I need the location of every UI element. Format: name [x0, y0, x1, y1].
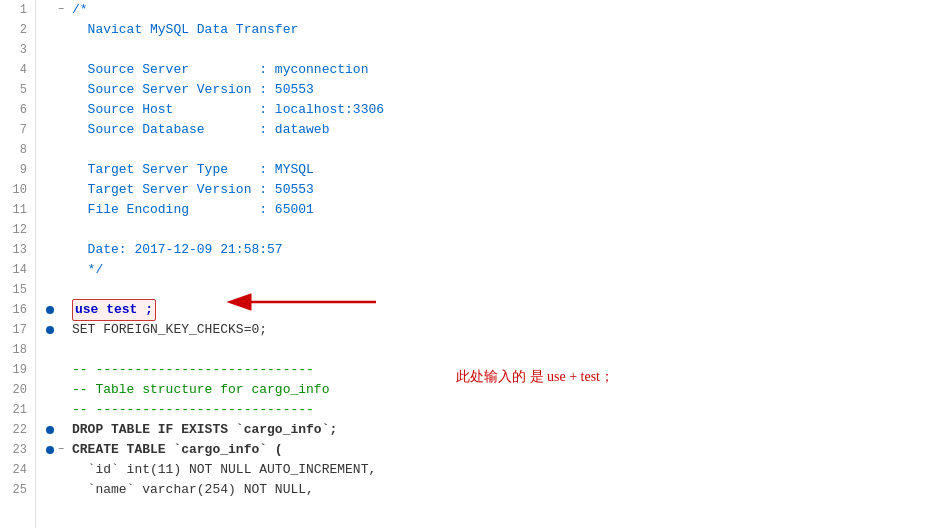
code-text: -- ---------------------------- — [72, 400, 314, 420]
code-line: `name` varchar(254) NOT NULL, — [46, 480, 947, 500]
code-line: DROP TABLE IF EXISTS `cargo_info`; — [46, 420, 947, 440]
highlighted-code: use test ; — [72, 299, 156, 321]
code-text: -- Table structure for cargo_info — [72, 380, 329, 400]
code-text: */ — [72, 260, 103, 280]
line-number: 22 — [8, 420, 27, 440]
code-text: `id` int(11) NOT NULL AUTO_INCREMENT, — [72, 460, 376, 480]
code-text: DROP TABLE IF EXISTS `cargo_info`; — [72, 420, 337, 440]
line-number: 5 — [8, 80, 27, 100]
code-text: CREATE TABLE `cargo_info` ( — [72, 440, 283, 460]
code-line: Source Server : myconnection — [46, 60, 947, 80]
code-text: Source Database : dataweb — [72, 120, 329, 140]
code-line: Source Server Version : 50553 — [46, 80, 947, 100]
line-number: 24 — [8, 460, 27, 480]
code-line: Date: 2017-12-09 21:58:57 — [46, 240, 947, 260]
line-number: 12 — [8, 220, 27, 240]
line-number: 3 — [8, 40, 27, 60]
code-line: −CREATE TABLE `cargo_info` ( — [46, 440, 947, 460]
breakpoint-dot[interactable] — [46, 326, 54, 334]
code-text: Navicat MySQL Data Transfer — [72, 20, 298, 40]
line-number: 18 — [8, 340, 27, 360]
line-number: 4 — [8, 60, 27, 80]
line-numbers: 1234567891011121314151617181920212223242… — [0, 0, 36, 528]
code-text: `name` varchar(254) NOT NULL, — [72, 480, 314, 500]
line-number: 20 — [8, 380, 27, 400]
code-text: /* — [72, 0, 88, 20]
code-line: */ — [46, 260, 947, 280]
breakpoint-dot[interactable] — [46, 446, 54, 454]
line-number: 21 — [8, 400, 27, 420]
line-number: 9 — [8, 160, 27, 180]
code-text: Target Server Type : MYSQL — [72, 160, 314, 180]
line-number: 8 — [8, 140, 27, 160]
breakpoint-dot[interactable] — [46, 306, 54, 314]
code-area[interactable]: −/* Navicat MySQL Data Transfer Source S… — [36, 0, 947, 528]
code-line: File Encoding : 65001 — [46, 200, 947, 220]
code-line — [46, 280, 947, 300]
code-line — [46, 140, 947, 160]
collapse-icon[interactable]: − — [58, 0, 70, 20]
collapse-icon[interactable]: − — [58, 440, 70, 460]
line-number: 15 — [8, 280, 27, 300]
code-text: Source Server : myconnection — [72, 60, 368, 80]
line-number: 14 — [8, 260, 27, 280]
line-number: 10 — [8, 180, 27, 200]
code-line — [46, 40, 947, 60]
editor-container: 1234567891011121314151617181920212223242… — [0, 0, 947, 528]
line-number: 7 — [8, 120, 27, 140]
code-text: Source Server Version : 50553 — [72, 80, 314, 100]
code-line: Source Database : dataweb — [46, 120, 947, 140]
line-number: 11 — [8, 200, 27, 220]
code-line: -- ---------------------------- — [46, 400, 947, 420]
code-line: Navicat MySQL Data Transfer — [46, 20, 947, 40]
line-number: 1 — [8, 0, 27, 20]
code-line: Source Host : localhost:3306 — [46, 100, 947, 120]
code-text: Target Server Version : 50553 — [72, 180, 314, 200]
code-text: Date: 2017-12-09 21:58:57 — [72, 240, 283, 260]
code-line — [46, 340, 947, 360]
line-number: 6 — [8, 100, 27, 120]
breakpoint-dot[interactable] — [46, 426, 54, 434]
line-number: 25 — [8, 480, 27, 500]
code-text: -- ---------------------------- — [72, 360, 314, 380]
line-number: 23 — [8, 440, 27, 460]
code-line: Target Server Type : MYSQL — [46, 160, 947, 180]
code-text: File Encoding : 65001 — [72, 200, 314, 220]
cn-annotation: 此处输入的 是 use + test； — [456, 368, 614, 386]
code-line: `id` int(11) NOT NULL AUTO_INCREMENT, — [46, 460, 947, 480]
code-line: −/* — [46, 0, 947, 20]
line-number: 16 — [8, 300, 27, 320]
code-text: SET FOREIGN_KEY_CHECKS=0; — [72, 320, 267, 340]
line-number: 13 — [8, 240, 27, 260]
code-line: Target Server Version : 50553 — [46, 180, 947, 200]
code-line: SET FOREIGN_KEY_CHECKS=0; — [46, 320, 947, 340]
code-line: use test ; — [46, 300, 947, 320]
code-text: Source Host : localhost:3306 — [72, 100, 384, 120]
line-number: 2 — [8, 20, 27, 40]
code-line — [46, 220, 947, 240]
line-number: 19 — [8, 360, 27, 380]
line-number: 17 — [8, 320, 27, 340]
